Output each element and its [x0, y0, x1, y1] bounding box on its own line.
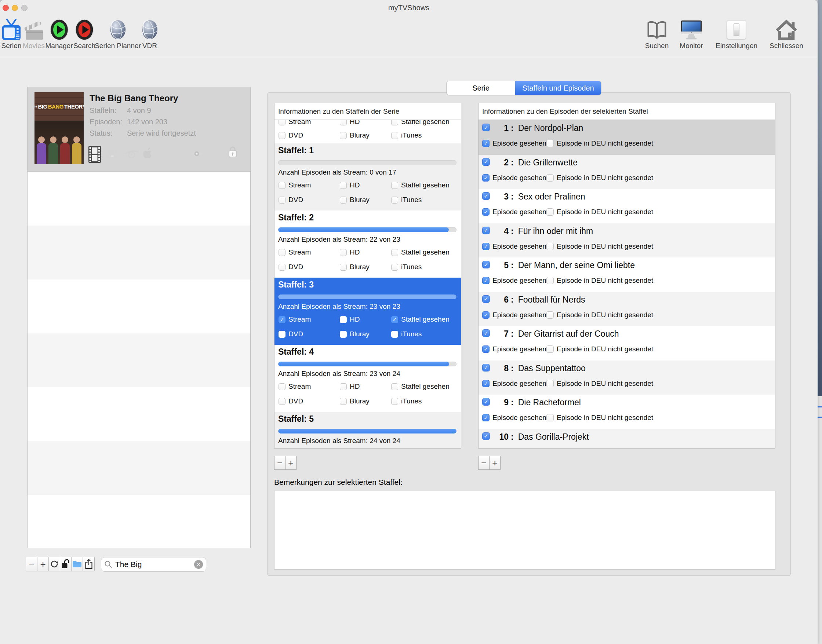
- show-list-empty-row[interactable]: [28, 279, 250, 333]
- checkbox-stream[interactable]: Stream: [278, 120, 311, 127]
- toolbar-item-suchen[interactable]: Suchen: [644, 18, 670, 50]
- episode-deu-checkbox[interactable]: Episode in DEU nicht gesendet: [546, 241, 653, 251]
- episode-deu-checkbox[interactable]: Episode in DEU nicht gesendet: [546, 447, 653, 449]
- checkbox-hd[interactable]: HD: [340, 247, 360, 258]
- episode-row-9[interactable]: ✓9:Die Racheformel✓Episode gesehenEpisod…: [478, 395, 775, 429]
- episode-deu-checkbox[interactable]: Episode in DEU nicht gesendet: [546, 207, 653, 217]
- show-row-selected[interactable]: theBIGBANGTHEORY The Big Bang Theory Sta…: [28, 87, 250, 172]
- checkbox-itunes[interactable]: iTunes: [391, 130, 422, 141]
- show-list-empty-row[interactable]: [28, 387, 250, 441]
- checkbox-staffel-gesehen[interactable]: ✓Staffel gesehen: [391, 314, 450, 325]
- show-list-empty-row[interactable]: [28, 333, 250, 387]
- episode-row-4[interactable]: ✓4:Für ihn oder mit ihm✓Episode gesehenE…: [478, 223, 775, 258]
- add-show-button[interactable]: +: [37, 557, 49, 571]
- lock-button[interactable]: [60, 557, 72, 571]
- season-section-3[interactable]: Staffel: 3Anzahl Episoden als Stream: 23…: [275, 278, 461, 345]
- episode-deu-checkbox[interactable]: Episode in DEU nicht gesendet: [546, 173, 653, 183]
- episode-row-2[interactable]: ✓2:Die Grillenwette✓Episode gesehenEpiso…: [478, 155, 775, 189]
- checkbox-bluray[interactable]: Bluray: [340, 329, 370, 339]
- toolbar-item-manager[interactable]: Manager: [46, 18, 73, 50]
- episode-gesehen-checkbox[interactable]: ✓Episode gesehen: [482, 241, 546, 251]
- show-list-empty-row[interactable]: [28, 172, 250, 225]
- checkbox-dvd[interactable]: DVD: [278, 396, 303, 406]
- season-section-5[interactable]: Staffel: 5Anzahl Episoden als Stream: 24…: [275, 412, 461, 448]
- checkbox-itunes[interactable]: iTunes: [391, 396, 422, 406]
- season-notes-textarea[interactable]: [274, 491, 775, 570]
- checkbox-dvd[interactable]: DVD: [278, 130, 303, 141]
- share-button[interactable]: [83, 557, 94, 571]
- show-list-empty-row[interactable]: [28, 225, 250, 279]
- season-section-1[interactable]: Staffel: 1Anzahl Episoden als Stream: 0 …: [275, 143, 461, 210]
- toolbar-item-monitor[interactable]: Monitor: [679, 18, 704, 50]
- checkbox-hd[interactable]: HD: [340, 180, 360, 190]
- episode-deu-checkbox[interactable]: Episode in DEU nicht gesendet: [546, 344, 653, 354]
- shows-table[interactable]: theBIGBANGTHEORY The Big Bang Theory Sta…: [27, 87, 250, 548]
- episode-row-10[interactable]: ✓10:Das Gorilla-Projekt✓Episode gesehenE…: [478, 429, 775, 449]
- checkbox-itunes[interactable]: iTunes: [391, 329, 422, 339]
- checkbox-bluray[interactable]: Bluray: [340, 396, 370, 406]
- episode-deu-checkbox[interactable]: Episode in DEU nicht gesendet: [546, 379, 653, 389]
- checkbox-bluray[interactable]: Bluray: [340, 195, 370, 205]
- checkbox-staffel-gesehen[interactable]: Staffel gesehen: [391, 247, 450, 258]
- episode-row-3[interactable]: ✓3:Sex oder Pralinen✓Episode gesehenEpis…: [478, 189, 775, 223]
- clear-search-button[interactable]: ✕: [194, 560, 203, 569]
- search-input[interactable]: [115, 560, 194, 569]
- checkbox-staffel-gesehen[interactable]: Staffel gesehen: [391, 120, 450, 127]
- checkbox-itunes[interactable]: iTunes: [391, 262, 422, 272]
- season-section-partial[interactable]: StreamHDStaffel gesehenDVDBlurayiTunes: [275, 120, 461, 143]
- checkbox-itunes[interactable]: iTunes: [391, 195, 422, 205]
- search-field[interactable]: ✕: [101, 557, 206, 572]
- episodes-list[interactable]: ✓1:Der Nordpol-Plan✓Episode gesehenEpiso…: [478, 120, 775, 448]
- checkbox-dvd[interactable]: DVD: [278, 262, 303, 272]
- checkbox-staffel-gesehen[interactable]: Staffel gesehen: [391, 382, 450, 392]
- episode-gesehen-checkbox[interactable]: ✓Episode gesehen: [482, 412, 546, 423]
- checkbox-dvd[interactable]: DVD: [278, 329, 303, 339]
- toolbar-item-einstellungen[interactable]: Einstellungen: [716, 18, 757, 50]
- add-episode-button[interactable]: +: [489, 456, 501, 470]
- refresh-button[interactable]: [49, 557, 60, 571]
- episode-row-8[interactable]: ✓8:Das Suppentattoo✓Episode gesehenEpiso…: [478, 360, 775, 395]
- checkbox-stream[interactable]: Stream: [278, 247, 311, 258]
- checkbox-hd[interactable]: HD: [340, 382, 360, 392]
- add-season-button[interactable]: +: [285, 456, 297, 470]
- toolbar-item-movies[interactable]: Movies: [21, 18, 47, 50]
- toolbar-item-search[interactable]: Search: [72, 18, 97, 50]
- episode-gesehen-checkbox[interactable]: ✓Episode gesehen: [482, 310, 546, 320]
- episode-gesehen-checkbox[interactable]: ✓Episode gesehen: [482, 138, 546, 149]
- episode-gesehen-checkbox[interactable]: ✓Episode gesehen: [482, 447, 546, 449]
- show-list-empty-row[interactable]: [28, 495, 250, 548]
- remove-show-button[interactable]: −: [26, 557, 37, 571]
- remove-season-button[interactable]: −: [274, 456, 286, 470]
- remove-episode-button[interactable]: −: [478, 456, 490, 470]
- episode-row-7[interactable]: ✓7:Der Gitarrist auf der Couch✓Episode g…: [478, 326, 775, 360]
- episode-deu-checkbox[interactable]: Episode in DEU nicht gesendet: [546, 412, 653, 423]
- checkbox-hd[interactable]: HD: [340, 314, 360, 325]
- episode-gesehen-checkbox[interactable]: ✓Episode gesehen: [482, 173, 546, 183]
- toolbar-item-serien-planner[interactable]: Serien Planner: [95, 18, 141, 50]
- episode-row-6[interactable]: ✓6:Football für Nerds✓Episode gesehenEpi…: [478, 292, 775, 327]
- checkbox-stream[interactable]: Stream: [278, 382, 311, 392]
- show-list-empty-row[interactable]: [28, 441, 250, 495]
- episode-gesehen-checkbox[interactable]: ✓Episode gesehen: [482, 379, 546, 389]
- checkbox-dvd[interactable]: DVD: [278, 195, 303, 205]
- lock-icon-slot[interactable]: [227, 145, 238, 158]
- episode-gesehen-checkbox[interactable]: ✓Episode gesehen: [482, 275, 546, 286]
- episode-row-1[interactable]: ✓1:Der Nordpol-Plan✓Episode gesehenEpiso…: [478, 120, 775, 155]
- checkbox-hd[interactable]: HD: [340, 120, 360, 127]
- checkbox-stream[interactable]: ✓Stream: [278, 314, 311, 325]
- checkbox-stream[interactable]: Stream: [278, 180, 311, 190]
- season-section-2[interactable]: Staffel: 2Anzahl Episoden als Stream: 22…: [275, 210, 461, 278]
- episode-gesehen-checkbox[interactable]: ✓Episode gesehen: [482, 207, 546, 217]
- folder-button[interactable]: [72, 557, 83, 571]
- episode-deu-checkbox[interactable]: Episode in DEU nicht gesendet: [546, 138, 653, 149]
- checkbox-bluray[interactable]: Bluray: [340, 262, 370, 272]
- toolbar-item-vdr[interactable]: VDR: [137, 18, 163, 50]
- checkbox-bluray[interactable]: Bluray: [340, 130, 370, 141]
- checkbox-staffel-gesehen[interactable]: Staffel gesehen: [391, 180, 450, 190]
- episode-gesehen-checkbox[interactable]: ✓Episode gesehen: [482, 344, 546, 354]
- episode-deu-checkbox[interactable]: Episode in DEU nicht gesendet: [546, 310, 653, 320]
- episode-row-5[interactable]: ✓5:Der Mann, der seine Omi liebte✓Episod…: [478, 258, 775, 292]
- toolbar-item-schliessen[interactable]: Schliessen: [770, 18, 803, 50]
- season-section-4[interactable]: Staffel: 4Anzahl Episoden als Stream: 23…: [275, 345, 461, 412]
- episode-deu-checkbox[interactable]: Episode in DEU nicht gesendet: [546, 275, 653, 286]
